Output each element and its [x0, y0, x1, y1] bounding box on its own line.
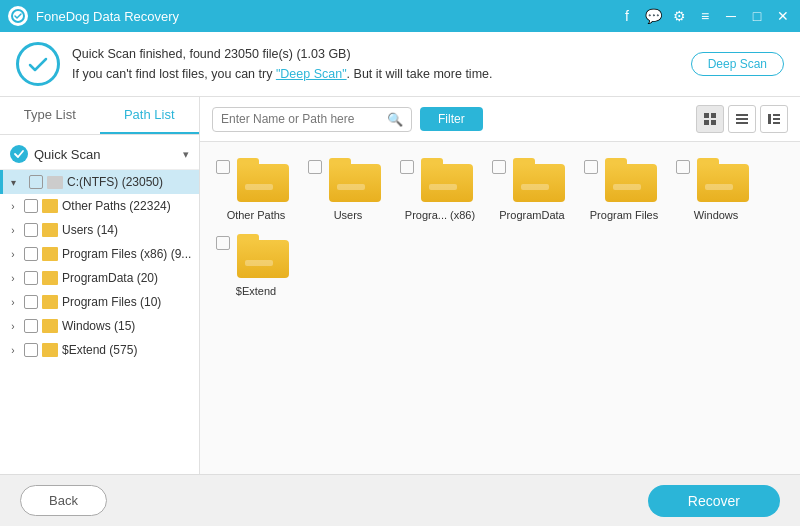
checkbox-2[interactable] — [24, 247, 38, 261]
folder-big-0 — [237, 158, 289, 202]
file-item-1[interactable]: Users — [308, 158, 388, 222]
item-label-6: $Extend (575) — [62, 343, 193, 357]
tab-path-list[interactable]: Path List — [100, 97, 200, 134]
file-checkbox-5[interactable] — [676, 160, 690, 174]
folder-shine-0 — [245, 184, 273, 190]
folder-shine-4 — [613, 184, 641, 190]
file-label-6: $Extend — [236, 284, 276, 298]
file-item-2[interactable]: Progra... (x86) — [400, 158, 480, 222]
folder-body-6 — [237, 240, 289, 278]
file-label-5: Windows — [694, 208, 739, 222]
maximize-icon[interactable]: □ — [748, 8, 766, 24]
folder-body-1 — [329, 164, 381, 202]
folder-icon-0 — [42, 199, 58, 213]
search-icon: 🔍 — [387, 112, 403, 127]
sidebar-item-other-paths[interactable]: › Other Paths (22324) — [0, 194, 199, 218]
file-checkbox-4[interactable] — [584, 160, 598, 174]
drive-expand-arrow[interactable]: ▾ — [11, 177, 25, 188]
folder-body-3 — [513, 164, 565, 202]
settings-icon[interactable]: ⚙ — [670, 8, 688, 24]
back-button[interactable]: Back — [20, 485, 107, 516]
file-checkbox-2[interactable] — [400, 160, 414, 174]
file-checkbox-0[interactable] — [216, 160, 230, 174]
expand-arrow-3[interactable]: › — [6, 271, 20, 285]
checkbox-6[interactable] — [24, 343, 38, 357]
drive-checkbox[interactable] — [29, 175, 43, 189]
file-item-0[interactable]: Other Paths — [216, 158, 296, 222]
filter-button[interactable]: Filter — [420, 107, 483, 131]
quick-scan-row[interactable]: Quick Scan ▾ — [0, 139, 199, 170]
folder-body-2 — [421, 164, 473, 202]
drive-row[interactable]: ▾ C:(NTFS) (23050) — [0, 170, 199, 194]
expand-arrow-5[interactable]: › — [6, 319, 20, 333]
file-item-top-2 — [400, 158, 480, 202]
menu-icon[interactable]: ≡ — [696, 8, 714, 24]
svg-rect-3 — [704, 120, 709, 125]
recover-button[interactable]: Recover — [648, 485, 780, 517]
title-bar-icons: f 💬 ⚙ ≡ ─ □ ✕ — [618, 8, 792, 24]
facebook-icon[interactable]: f — [618, 8, 636, 24]
folder-body-0 — [237, 164, 289, 202]
file-label-3: ProgramData — [499, 208, 564, 222]
folder-shine-5 — [705, 184, 733, 190]
title-bar: FoneDog Data Recovery f 💬 ⚙ ≡ ─ □ ✕ — [0, 0, 800, 32]
expand-arrow-0[interactable]: › — [6, 199, 20, 213]
main-panel: 🔍 Filter — [200, 97, 800, 474]
sidebar-item-windows[interactable]: › Windows (15) — [0, 314, 199, 338]
item-label-4: Program Files (10) — [62, 295, 193, 309]
sidebar-item-users[interactable]: › Users (14) — [0, 218, 199, 242]
svg-rect-11 — [773, 122, 780, 124]
file-checkbox-3[interactable] — [492, 160, 506, 174]
notification-bar: Quick Scan finished, found 23050 file(s)… — [0, 32, 800, 97]
svg-rect-10 — [773, 118, 780, 120]
minimize-icon[interactable]: ─ — [722, 8, 740, 24]
file-label-2: Progra... (x86) — [405, 208, 475, 222]
search-input[interactable] — [221, 112, 383, 126]
sidebar-item-program-files-x86[interactable]: › Program Files (x86) (9... — [0, 242, 199, 266]
file-item-6[interactable]: $Extend — [216, 234, 296, 298]
expand-arrow-6[interactable]: › — [6, 343, 20, 357]
drive-folder-icon — [47, 176, 63, 189]
file-item-5[interactable]: Windows — [676, 158, 756, 222]
expand-arrow-4[interactable]: › — [6, 295, 20, 309]
detail-view-button[interactable] — [760, 105, 788, 133]
svg-rect-9 — [773, 114, 780, 116]
expand-arrow-1[interactable]: › — [6, 223, 20, 237]
file-item-3[interactable]: ProgramData — [492, 158, 572, 222]
chat-icon[interactable]: 💬 — [644, 8, 662, 24]
sidebar-item-programdata[interactable]: › ProgramData (20) — [0, 266, 199, 290]
scan-hint: If you can't find lost files, you can tr… — [72, 64, 679, 84]
app-title: FoneDog Data Recovery — [36, 9, 618, 24]
deep-scan-link[interactable]: "Deep Scan" — [276, 67, 347, 81]
file-checkbox-1[interactable] — [308, 160, 322, 174]
close-icon[interactable]: ✕ — [774, 8, 792, 24]
folder-icon-1 — [42, 223, 58, 237]
svg-rect-4 — [711, 120, 716, 125]
checkbox-3[interactable] — [24, 271, 38, 285]
item-label-3: ProgramData (20) — [62, 271, 193, 285]
expand-arrow-2[interactable]: › — [6, 247, 20, 261]
svg-rect-5 — [736, 114, 748, 116]
folder-icon-4 — [42, 295, 58, 309]
file-item-4[interactable]: Program Files — [584, 158, 664, 222]
checkbox-4[interactable] — [24, 295, 38, 309]
grid-view-button[interactable] — [696, 105, 724, 133]
checkbox-0[interactable] — [24, 199, 38, 213]
item-label-1: Users (14) — [62, 223, 193, 237]
list-view-button[interactable] — [728, 105, 756, 133]
checkbox-5[interactable] — [24, 319, 38, 333]
file-checkbox-6[interactable] — [216, 236, 230, 250]
checkbox-1[interactable] — [24, 223, 38, 237]
deep-scan-button[interactable]: Deep Scan — [691, 52, 784, 76]
sidebar-item-program-files[interactable]: › Program Files (10) — [0, 290, 199, 314]
svg-rect-8 — [768, 114, 771, 124]
folder-big-4 — [605, 158, 657, 202]
view-buttons — [696, 105, 788, 133]
tab-type-list[interactable]: Type List — [0, 97, 100, 134]
file-item-top-1 — [308, 158, 388, 202]
scan-complete-icon — [16, 42, 60, 86]
quick-scan-chevron: ▾ — [183, 148, 189, 161]
svg-rect-7 — [736, 122, 748, 124]
sidebar-item-extend[interactable]: › $Extend (575) — [0, 338, 199, 362]
file-item-top-0 — [216, 158, 296, 202]
